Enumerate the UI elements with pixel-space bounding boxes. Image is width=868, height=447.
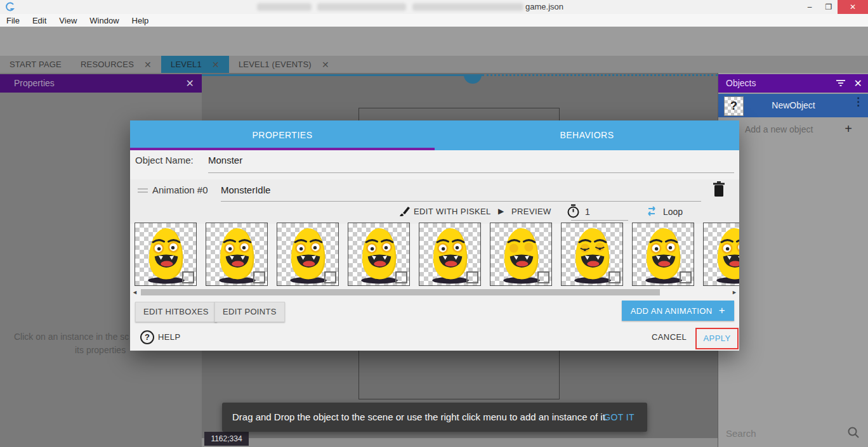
time-between-frames-field[interactable]: 1 [585, 207, 590, 217]
title-bar: game.json – ❐ ✕ [0, 0, 868, 14]
properties-panel-title: Properties [0, 78, 55, 88]
frames-scrollbar-thumb[interactable] [141, 289, 660, 295]
blurred-title-segment [257, 3, 312, 11]
scroll-left-icon[interactable]: ◄ [132, 289, 138, 295]
object-menu-icon[interactable]: ⋮ [853, 98, 864, 106]
hint-tooltip: Drag and Drop the object to the scene or… [222, 403, 647, 432]
blurred-title-segment [412, 3, 523, 11]
animation-frames [130, 223, 739, 286]
scene-guide-handle[interactable] [464, 75, 482, 84]
cursor-coordinates-badge: 1162;334 [204, 432, 249, 446]
minimize-button[interactable]: – [801, 0, 819, 14]
properties-hint: Click on an instance in the sc [14, 332, 129, 342]
window-title: game.json [525, 2, 563, 11]
properties-hint: its properties [75, 345, 126, 355]
animation-label: Animation #0 [152, 185, 208, 195]
filter-icon[interactable] [836, 79, 846, 87]
object-name: NewObject [718, 94, 868, 117]
menu-view[interactable]: View [53, 16, 83, 25]
add-object-label: Add a new object [745, 124, 813, 134]
frame-corner-checkbox[interactable] [537, 271, 549, 283]
editor-tab-bar: START PAGE RESOURCES ✕ LEVEL1 ✕ LEVEL1 (… [0, 56, 868, 73]
animation-frame[interactable] [703, 223, 739, 286]
dialog-tab-bar: PROPERTIES BEHAVIORS [130, 120, 739, 150]
loop-toggle-label[interactable]: Loop [663, 207, 683, 217]
frame-corner-checkbox[interactable] [466, 271, 478, 283]
plus-icon[interactable]: + [845, 122, 852, 136]
play-icon: ▶ [498, 207, 504, 216]
object-name-underline [208, 172, 734, 173]
canvas-bottom-strip [202, 438, 718, 447]
animation-frame[interactable] [135, 223, 197, 286]
dialog-tab-behaviors[interactable]: BEHAVIORS [435, 120, 739, 150]
close-button[interactable]: ✕ [838, 0, 868, 14]
monster-sprite [707, 224, 739, 285]
animation-name-field[interactable]: MonsterIdle [221, 185, 270, 195]
active-tab-indicator [130, 148, 435, 150]
gdevelop-window: game.json – ❐ ✕ File Edit View Window He… [0, 0, 868, 447]
frame-corner-checkbox[interactable] [182, 271, 194, 283]
edit-points-button[interactable]: EDIT POINTS [214, 302, 285, 322]
edit-hitboxes-button[interactable]: EDIT HITBOXES [135, 302, 217, 322]
frame-corner-checkbox[interactable] [324, 271, 336, 283]
animation-frame[interactable] [490, 223, 552, 286]
objects-panel-header: Objects ✕ [718, 74, 868, 93]
object-list-item-selected[interactable]: ? NewObject ⋮ [718, 94, 868, 117]
objects-panel: Objects ✕ ? NewObject ⋮ Add a new object… [718, 73, 868, 447]
plus-icon: + [719, 304, 725, 316]
drag-handle-icon[interactable] [138, 188, 148, 195]
time-field-underline [571, 220, 628, 221]
frame-corner-checkbox[interactable] [253, 271, 265, 283]
got-it-button[interactable]: GOT IT [603, 403, 635, 432]
scene-guide-line-dotted [482, 74, 718, 76]
object-name-field[interactable]: Monster [208, 155, 242, 165]
animation-frame[interactable] [419, 223, 481, 286]
close-panel-icon[interactable]: ✕ [186, 74, 194, 93]
tab-level1-events[interactable]: LEVEL1 (EVENTS) ✕ [229, 56, 339, 73]
toolbar: 1:1 [0, 27, 868, 56]
animation-frame[interactable] [206, 223, 268, 286]
preview-button[interactable]: PREVIEW [511, 207, 551, 216]
object-search-row [718, 420, 868, 446]
edit-with-piskel-button[interactable]: EDIT WITH PISKEL [414, 207, 491, 216]
apply-button-highlighted[interactable]: APPLY [695, 328, 739, 349]
close-panel-icon[interactable]: ✕ [854, 74, 862, 93]
gdevelop-logo-icon [5, 2, 15, 12]
dialog-tab-properties[interactable]: PROPERTIES [130, 120, 435, 150]
close-tab-icon[interactable]: ✕ [212, 60, 220, 70]
search-icon [847, 426, 860, 439]
delete-animation-icon[interactable] [713, 181, 725, 198]
brush-icon [399, 205, 411, 217]
animation-frame[interactable] [348, 223, 410, 286]
animation-frame[interactable] [277, 223, 339, 286]
menu-bar: File Edit View Window Help [0, 14, 868, 27]
frame-corner-checkbox[interactable] [680, 271, 692, 283]
close-tab-icon[interactable]: ✕ [322, 60, 329, 70]
tab-resources[interactable]: RESOURCES ✕ [71, 56, 161, 73]
animation-frame[interactable] [561, 223, 623, 286]
help-button[interactable]: HELP [158, 332, 181, 342]
search-input[interactable] [725, 424, 841, 443]
tab-start-page[interactable]: START PAGE [0, 56, 71, 73]
blurred-title-segment [317, 3, 406, 11]
frame-corner-checkbox[interactable] [395, 271, 407, 283]
menu-file[interactable]: File [0, 16, 26, 25]
loop-icon[interactable] [645, 205, 658, 217]
restore-button[interactable]: ❐ [820, 0, 838, 14]
menu-window[interactable]: Window [83, 16, 125, 25]
timer-icon [567, 204, 580, 218]
close-tab-icon[interactable]: ✕ [144, 60, 152, 70]
help-icon[interactable]: ? [140, 330, 154, 344]
scene-guide-line [202, 74, 482, 76]
animation-name-underline [221, 201, 701, 202]
object-editor-dialog: PROPERTIES BEHAVIORS Object Name: Monste… [130, 120, 739, 351]
add-animation-button[interactable]: ADD AN ANIMATION+ [622, 301, 734, 321]
add-object-row[interactable]: Add a new object + [718, 121, 868, 139]
frame-corner-checkbox[interactable] [608, 271, 621, 283]
scroll-right-icon[interactable]: ► [732, 289, 737, 295]
cancel-button[interactable]: CANCEL [652, 332, 687, 342]
menu-help[interactable]: Help [126, 16, 155, 25]
animation-frame[interactable] [632, 223, 694, 286]
menu-edit[interactable]: Edit [26, 16, 53, 25]
tab-level1[interactable]: LEVEL1 ✕ [161, 56, 229, 73]
